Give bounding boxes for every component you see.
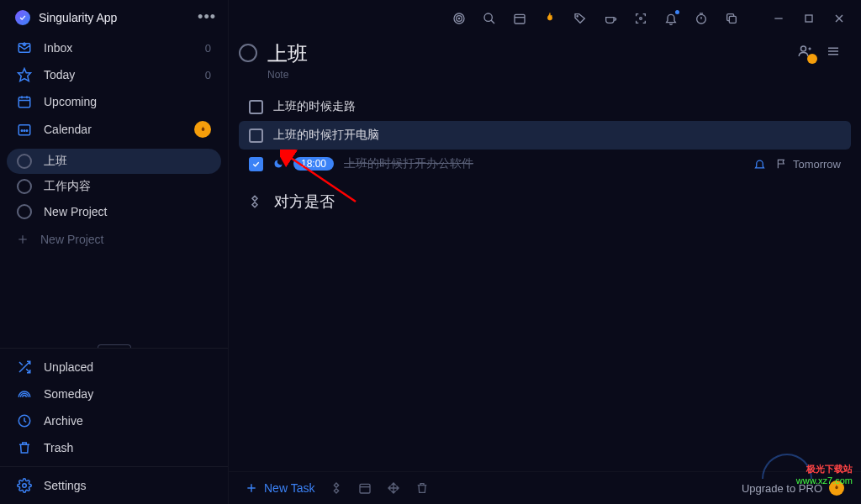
due-flag[interactable]: Tomorrow xyxy=(776,158,841,171)
new-task-button[interactable]: New Task xyxy=(246,481,314,495)
move-icon[interactable] xyxy=(387,481,400,495)
upgrade-button[interactable]: Upgrade to PRO xyxy=(742,480,844,496)
sidebar-settings: Settings xyxy=(0,466,228,504)
section-row[interactable]: 对方是否 xyxy=(229,178,861,225)
calendar-icon xyxy=(17,94,32,109)
project-label: 工作内容 xyxy=(44,179,91,194)
task-item[interactable]: 18:00 上班的时候打开办公软件 Tomorrow xyxy=(239,150,851,178)
nav-someday[interactable]: Someday xyxy=(7,381,221,407)
task-list: 上班的时候走路 上班的时候打开电脑 18:00 上班的时候打开办公软件 Tomo… xyxy=(229,92,861,178)
search-icon[interactable] xyxy=(478,7,501,30)
circle-icon xyxy=(17,154,32,169)
nav-label: Trash xyxy=(44,441,73,454)
svg-rect-18 xyxy=(515,14,525,24)
more-menu-button[interactable]: ••• xyxy=(198,8,216,26)
trash-icon xyxy=(17,440,32,455)
close-button[interactable] xyxy=(827,7,851,30)
pro-badge-icon xyxy=(829,480,844,496)
svg-point-20 xyxy=(577,16,578,17)
calendar-add-icon[interactable] xyxy=(358,481,372,495)
task-title: 上班的时候打开电脑 xyxy=(273,128,841,143)
maximize-button[interactable] xyxy=(797,7,821,30)
project-item-3[interactable]: New Project xyxy=(7,199,221,224)
project-list: 上班 工作内容 New Project xyxy=(0,144,228,224)
nav-today[interactable]: Today 0 xyxy=(7,61,221,88)
coffee-icon[interactable] xyxy=(599,7,622,30)
nav-group: Inbox 0 Today 0 Upcoming Calendar xyxy=(0,34,228,144)
tag-icon[interactable] xyxy=(568,7,592,30)
svg-point-15 xyxy=(458,18,459,18)
copy-icon[interactable] xyxy=(720,7,743,30)
content-header: 上班 Note xyxy=(229,37,861,92)
calendar-toolbar-icon[interactable] xyxy=(508,7,531,30)
task-checkbox[interactable] xyxy=(249,129,263,143)
app-logo xyxy=(15,10,30,25)
menu-icon[interactable] xyxy=(822,40,844,62)
minimize-button[interactable] xyxy=(767,7,790,30)
task-title: 上班的时候走路 xyxy=(273,99,841,114)
timer-icon[interactable] xyxy=(689,7,713,30)
nav-label: Today xyxy=(44,68,193,81)
project-title[interactable]: 上班 xyxy=(267,40,784,67)
app-title: Singularity App xyxy=(39,11,189,24)
nav-archive[interactable]: Archive xyxy=(7,407,221,434)
project-item-2[interactable]: 工作内容 xyxy=(7,174,221,199)
project-label: New Project xyxy=(44,205,107,218)
project-item-1[interactable]: 上班 xyxy=(7,149,221,174)
svg-rect-27 xyxy=(806,15,812,22)
add-member-icon[interactable] xyxy=(794,40,816,62)
circle-icon xyxy=(17,179,32,194)
nav-label: Archive xyxy=(44,414,83,428)
delete-icon[interactable] xyxy=(415,481,429,495)
inbox-icon xyxy=(17,40,32,55)
rainbow-icon xyxy=(17,386,32,402)
content-spacer xyxy=(229,225,861,471)
nav-settings[interactable]: Settings xyxy=(7,472,221,499)
section-icon xyxy=(247,194,262,209)
nav-label: Inbox xyxy=(44,41,193,55)
target-icon[interactable] xyxy=(447,7,471,30)
svg-rect-25 xyxy=(729,16,736,23)
bottom-bar: New Task Upgrade to PRO xyxy=(229,471,861,504)
svg-point-21 xyxy=(640,18,642,20)
main-area: 上班 Note 上班的时候走路 上班的时候打开电脑 18:00 上班的时候打开办… xyxy=(229,0,861,504)
nav-trash[interactable]: Trash xyxy=(7,434,221,461)
nav-inbox[interactable]: Inbox 0 xyxy=(7,34,221,61)
nav-unplaced[interactable]: Unplaced xyxy=(7,354,221,381)
svg-point-8 xyxy=(26,130,28,132)
fire-icon[interactable] xyxy=(538,7,562,30)
moon-icon xyxy=(273,159,283,169)
task-checkbox-done[interactable] xyxy=(249,157,263,171)
reminder-bell-icon[interactable] xyxy=(753,158,766,171)
section-add-icon[interactable] xyxy=(330,481,343,495)
new-task-label: New Task xyxy=(264,481,314,495)
svg-rect-1 xyxy=(18,97,30,108)
task-time: 18:00 xyxy=(293,157,334,171)
sidebar-bottom: Unplaced Someday Archive Trash xyxy=(0,348,228,466)
top-toolbar xyxy=(229,0,861,37)
nav-count: 0 xyxy=(205,42,211,55)
star-icon xyxy=(17,67,32,82)
svg-point-16 xyxy=(484,13,492,21)
task-item[interactable]: 上班的时候走路 xyxy=(239,92,851,121)
nav-calendar[interactable]: Calendar xyxy=(7,115,221,144)
settings-label: Settings xyxy=(44,479,87,492)
svg-point-12 xyxy=(23,484,27,488)
bell-icon[interactable] xyxy=(659,7,683,30)
nav-count: 0 xyxy=(205,69,211,81)
nav-label: Unplaced xyxy=(44,360,93,374)
nav-upcoming[interactable]: Upcoming xyxy=(7,88,221,115)
task-checkbox[interactable] xyxy=(249,100,263,114)
resize-handle[interactable] xyxy=(98,344,131,348)
note-label[interactable]: Note xyxy=(267,69,784,81)
fire-badge xyxy=(194,121,211,138)
archive-icon xyxy=(17,413,32,428)
sidebar-spacer xyxy=(0,255,228,348)
focus-icon[interactable] xyxy=(629,7,652,30)
new-project-button[interactable]: New Project xyxy=(0,224,228,255)
gear-icon xyxy=(17,478,32,493)
project-complete-toggle[interactable] xyxy=(239,44,257,62)
sidebar-header: Singularity App ••• xyxy=(0,0,228,34)
svg-point-22 xyxy=(697,14,706,24)
task-item[interactable]: 上班的时候打开电脑 xyxy=(239,121,851,150)
